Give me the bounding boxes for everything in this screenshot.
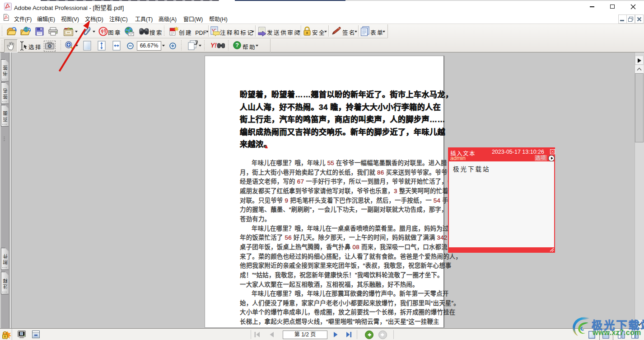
svg-text:?: ? xyxy=(235,42,239,48)
